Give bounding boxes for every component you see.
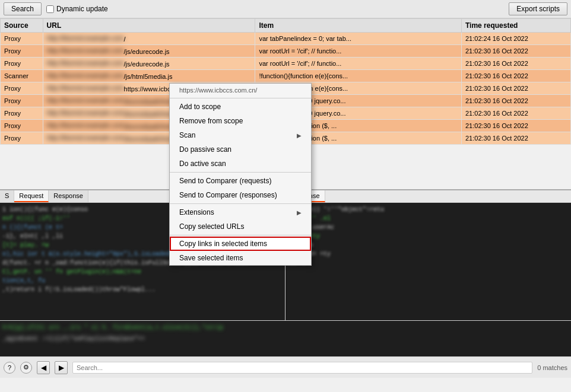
left-code-line-9: ,t)return i f(!S.isLoaded())throw"Flowpl… xyxy=(2,285,283,294)
separator-2 xyxy=(170,172,311,173)
context-menu-url: https://www.icbccs.com.cn/ xyxy=(170,84,311,97)
cell-source: Proxy xyxy=(1,132,43,145)
cell-source: Scanner xyxy=(1,70,43,82)
separator-1 xyxy=(170,98,311,98)
dynamic-update-label[interactable]: Dynamic update xyxy=(46,5,108,13)
left-code-line-8: tion(e,t, fu xyxy=(2,276,283,285)
context-menu-item-8[interactable]: Copy selected URLs xyxy=(170,219,311,234)
export-scripts-button[interactable]: Export scripts xyxy=(509,2,567,15)
cell-item: !function(){function e(e){cons... xyxy=(255,70,462,82)
context-menu-item-3[interactable]: Do passive scan xyxy=(170,142,311,157)
right-code-line-6: layerId= =ty xyxy=(288,250,569,259)
context-menu-item-10[interactable]: Save selected items xyxy=(170,251,311,265)
context-menu-item-5[interactable]: Send to Comparer (requests) xyxy=(170,174,311,188)
context-menu-item-1[interactable]: Remove from scope xyxy=(170,114,311,128)
right-code-line-0: .call(e)) '!''"object"!retu xyxy=(288,205,569,214)
search-input[interactable] xyxy=(72,362,532,374)
right-code-line-3: +1(), =ty xyxy=(288,232,569,241)
table-row[interactable]: Proxyhttp://blurred.example.com/var tabP… xyxy=(1,33,571,45)
context-menu: https://www.icbccs.com.cn/ Add to scopeR… xyxy=(169,83,312,266)
context-menu-item-6[interactable]: Send to Comparer (responses) xyxy=(170,188,311,202)
settings-icon[interactable]: ⚙ xyxy=(20,362,32,374)
separator-3 xyxy=(170,203,311,204)
right-code-line-1: ;if(-l'' .el xyxy=(288,214,569,223)
right-code-line-2: port( .userAc xyxy=(288,223,569,232)
extra-code-area: h=k[g];if(h) urn _.irs " o) h. fireEvent… xyxy=(0,321,571,356)
table-row[interactable]: Proxyhttp://blurred.example.com/js/edure… xyxy=(1,45,571,58)
forward-button[interactable]: ▶ xyxy=(55,361,68,374)
table-header-row: Source URL Item Time requested xyxy=(1,19,571,33)
toolbar: Search Dynamic update Export scripts xyxy=(0,0,571,18)
cell-time: 21:02:30 16 Oct 2022 xyxy=(461,45,570,58)
cell-source: Proxy xyxy=(1,95,43,107)
cell-time: 21:02:24 16 Oct 2022 xyxy=(461,33,570,45)
right-code-line-4: functio xyxy=(288,241,569,250)
code-extra-2: _aginEvent :=l){if("onPlaylistReplace"== xyxy=(2,334,569,343)
cell-time: 21:02:30 16 Oct 2022 xyxy=(461,82,570,95)
right-panel-content: .call(e)) '!''"object"!retu;if(-l'' .elp… xyxy=(286,203,571,320)
col-header-source[interactable]: Source xyxy=(1,19,43,33)
cell-item: var tabPanelindex = 0; var tab... xyxy=(255,33,462,45)
context-menu-item-9[interactable]: Copy links in selected items xyxy=(170,237,311,251)
submenu-arrow-icon: ▶ xyxy=(297,209,302,216)
context-menu-item-2[interactable]: Scan▶ xyxy=(170,128,311,142)
right-panel-header: Response xyxy=(286,190,571,203)
cell-url: http://blurred.example.com/ xyxy=(43,33,255,45)
cell-url: http://blurred.example.com/js/edurecode.… xyxy=(43,45,255,58)
cell-source: Proxy xyxy=(1,33,43,45)
cell-time: 21:02:30 16 Oct 2022 xyxy=(461,70,570,82)
cell-source: Proxy xyxy=(1,120,43,132)
cell-time: 21:02:30 16 Oct 2022 xyxy=(461,95,570,107)
left-tab-response[interactable]: Response xyxy=(49,190,88,202)
cell-item: var rootUrl = '/cif'; // functio... xyxy=(255,45,462,58)
cell-time: 21:02:30 16 Oct 2022 xyxy=(461,107,570,120)
cell-url: http://blurred.example.com/js/html5media… xyxy=(43,70,255,82)
context-menu-item-4[interactable]: Do active scan xyxy=(170,157,311,171)
cell-source: Proxy xyxy=(1,107,43,120)
col-header-url[interactable]: URL xyxy=(43,19,255,33)
code-extra-1: h=k[g];if(h) urn _.irs " o) h. fireEvent… xyxy=(2,323,569,332)
right-code-line-8: var e xyxy=(288,259,569,267)
left-tab-request[interactable]: Request xyxy=(14,190,49,202)
table-row[interactable]: Scannerhttp://blurred.example.com/js/htm… xyxy=(1,70,571,82)
cell-time: 21:02:30 16 Oct 2022 xyxy=(461,58,570,70)
cell-source: Proxy xyxy=(1,45,43,58)
context-menu-item-7[interactable]: Extensions▶ xyxy=(170,205,311,219)
help-icon[interactable]: ? xyxy=(4,362,15,374)
cell-source: Proxy xyxy=(1,58,43,70)
dynamic-update-checkbox[interactable] xyxy=(46,5,54,13)
cell-url: http://blurred.example.com/js/edurecode.… xyxy=(43,58,255,70)
left-tab-s[interactable]: S xyxy=(0,190,14,202)
col-header-time[interactable]: Time requested xyxy=(461,19,570,33)
cell-time: 21:02:30 16 Oct 2022 xyxy=(461,132,570,145)
cell-item: var rootUrl = '/cif'; // functio... xyxy=(255,58,462,70)
search-button[interactable]: Search xyxy=(4,2,42,15)
status-bar: ? ⚙ ◀ ▶ 0 matches xyxy=(0,356,571,378)
right-panel: Response .call(e)) '!''"object"!retu;if(… xyxy=(286,190,571,320)
match-count: 0 matches xyxy=(537,364,567,371)
submenu-arrow-icon: ▶ xyxy=(297,132,302,139)
separator-4 xyxy=(170,235,311,235)
back-button[interactable]: ◀ xyxy=(37,361,50,374)
left-code-line-7: C),getP. un '' fn getPlugin(e);n&&(t=ne xyxy=(2,267,283,276)
cell-time: 21:02:30 16 Oct 2022 xyxy=(461,120,570,132)
context-menu-item-0[interactable]: Add to scope xyxy=(170,100,311,114)
table-row[interactable]: Proxyhttp://blurred.example.com/js/edure… xyxy=(1,58,571,70)
col-header-item[interactable]: Item xyxy=(255,19,462,33)
cell-source: Proxy xyxy=(1,82,43,95)
